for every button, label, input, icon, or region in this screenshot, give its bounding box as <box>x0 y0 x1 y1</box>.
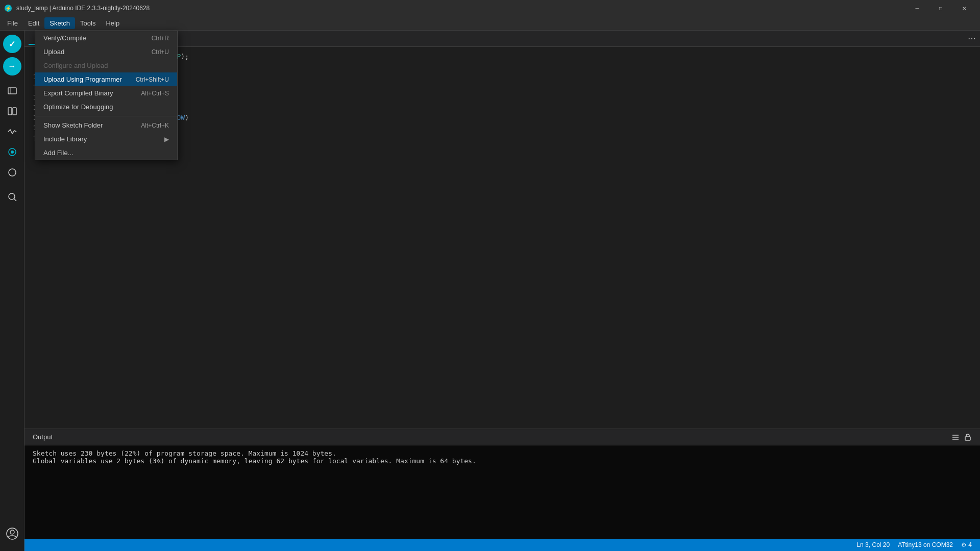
svg-point-7 <box>11 151 14 154</box>
status-bar: Ln 3, Col 20 ATtiny13 on COM32 ⚙ 4 <box>24 539 980 551</box>
menu-item-optimize-debug-label: Optimize for Debugging <box>43 103 113 111</box>
output-panel: Output Sketch uses 230 bytes (22%) of pr… <box>24 429 980 551</box>
svg-text:⚡: ⚡ <box>5 5 12 12</box>
menu-item-show-folder[interactable]: Show Sketch Folder Alt+Ctrl+K <box>35 118 177 132</box>
menu-item-export-binary-shortcut: Alt+Ctrl+S <box>141 90 169 97</box>
menu-separator-1 <box>35 116 177 116</box>
output-content: Sketch uses 230 bytes (22%) of program s… <box>24 445 980 551</box>
menu-help[interactable]: Help <box>101 17 125 29</box>
sidebar-item-search[interactable] <box>3 188 21 206</box>
maximize-button[interactable]: □ <box>929 0 952 16</box>
output-title: Output <box>33 433 53 441</box>
svg-point-8 <box>9 169 16 176</box>
sidebar-item-debug[interactable] <box>3 163 21 182</box>
sidebar-item-serial-monitor[interactable] <box>3 122 21 141</box>
close-button[interactable]: ✕ <box>952 0 976 16</box>
menu-item-upload-programmer-label: Upload Using Programmer <box>43 76 122 83</box>
menu-item-include-library[interactable]: Include Library ▶ <box>35 132 177 146</box>
svg-rect-17 <box>965 437 970 440</box>
menu-sketch[interactable]: Sketch <box>44 17 75 29</box>
svg-rect-5 <box>13 108 16 115</box>
menu-item-upload[interactable]: Upload Ctrl+U <box>35 45 177 59</box>
menu-item-upload-label: Upload <box>43 48 64 56</box>
submenu-arrow-icon: ▶ <box>164 136 169 143</box>
menu-item-export-binary[interactable]: Export Compiled Binary Alt+Ctrl+S <box>35 86 177 100</box>
sidebar-item-library[interactable] <box>3 102 21 120</box>
svg-rect-2 <box>8 88 16 94</box>
minimize-button[interactable]: ─ <box>905 0 929 16</box>
svg-point-10 <box>9 193 15 199</box>
svg-point-13 <box>10 530 14 534</box>
menu-item-add-file[interactable]: Add File... <box>35 146 177 160</box>
title-bar: ⚡ study_lamp | Arduino IDE 2.3.3-nightly… <box>0 0 980 16</box>
output-line-1: Sketch uses 230 bytes (22%) of program s… <box>33 449 972 457</box>
output-header: Output <box>24 429 980 445</box>
menu-item-show-folder-shortcut: Alt+Ctrl+K <box>141 122 169 129</box>
upload-button[interactable]: → <box>3 57 21 76</box>
menu-item-show-folder-label: Show Sketch Folder <box>43 121 103 129</box>
status-board: ATtiny13 on COM32 <box>898 541 953 548</box>
sketch-dropdown-menu: Verify/Compile Ctrl+R Upload Ctrl+U Conf… <box>35 31 178 160</box>
svg-line-11 <box>14 199 16 202</box>
verify-compile-button[interactable]: ✓ <box>3 35 21 53</box>
window-controls: ─ □ ✕ <box>905 0 976 16</box>
menu-item-upload-programmer-shortcut: Ctrl+Shift+U <box>136 76 169 83</box>
menu-item-optimize-debug[interactable]: Optimize for Debugging <box>35 100 177 114</box>
menu-tools[interactable]: Tools <box>75 17 101 29</box>
output-list-icon[interactable] <box>951 433 960 441</box>
menu-item-verify-shortcut: Ctrl+R <box>152 35 169 42</box>
sidebar-item-serial-plotter[interactable] <box>3 143 21 161</box>
title-text: study_lamp | Arduino IDE 2.3.3-nightly-2… <box>16 5 901 12</box>
menu-item-export-binary-label: Export Compiled Binary <box>43 89 113 97</box>
menu-item-include-library-label: Include Library <box>43 135 87 143</box>
menu-item-verify[interactable]: Verify/Compile Ctrl+R <box>35 31 177 45</box>
menu-edit[interactable]: Edit <box>23 17 44 29</box>
sidebar-item-boards[interactable] <box>3 82 21 100</box>
menu-item-add-file-label: Add File... <box>43 149 74 157</box>
sidebar: ✓ → <box>0 31 24 551</box>
menu-item-configure-upload-label: Configure and Upload <box>43 62 108 69</box>
output-icons <box>951 433 972 441</box>
menu-file[interactable]: File <box>2 17 23 29</box>
menu-item-verify-label: Verify/Compile <box>43 34 86 42</box>
menu-bar: File Edit Sketch Tools Help <box>0 16 980 31</box>
output-line-2: Global variables use 2 bytes (3%) of dyn… <box>33 457 972 465</box>
output-lock-icon[interactable] <box>964 433 972 441</box>
more-options-button[interactable]: ⋯ <box>968 34 976 43</box>
app-icon: ⚡ <box>4 4 12 12</box>
svg-rect-4 <box>8 108 12 115</box>
menu-item-configure-upload: Configure and Upload <box>35 59 177 72</box>
status-position: Ln 3, Col 20 <box>856 541 890 548</box>
menu-item-upload-programmer[interactable]: Upload Using Programmer Ctrl+Shift+U <box>35 72 177 86</box>
user-avatar[interactable] <box>3 524 21 543</box>
menu-item-upload-shortcut: Ctrl+U <box>152 48 169 56</box>
status-notifications: ⚙ 4 <box>961 541 972 548</box>
